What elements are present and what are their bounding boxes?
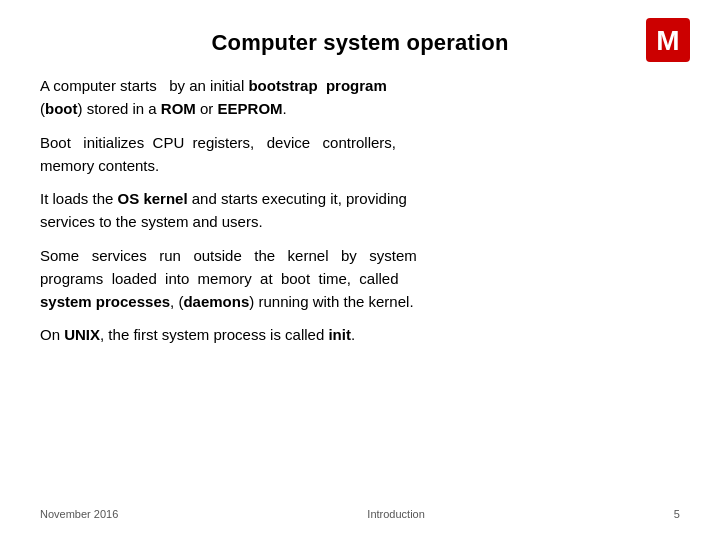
paragraph-1: A computer starts by an initial bootstra… — [40, 74, 680, 121]
footer-date: November 2016 — [40, 508, 118, 520]
slide: M Computer system operation A computer s… — [0, 0, 720, 540]
footer-title: Introduction — [367, 508, 424, 520]
university-logo: M — [646, 18, 690, 62]
paragraph-3: It loads the OS kernel and starts execut… — [40, 187, 680, 234]
slide-footer: November 2016 Introduction 5 — [40, 500, 680, 520]
svg-text:M: M — [656, 25, 679, 56]
paragraph-5: On UNIX, the first system process is cal… — [40, 323, 680, 346]
paragraph-4: Some services run outside the kernel by … — [40, 244, 680, 314]
footer-page-number: 5 — [674, 508, 680, 520]
slide-content: A computer starts by an initial bootstra… — [40, 74, 680, 500]
slide-title: Computer system operation — [40, 30, 680, 56]
paragraph-2: Boot initializes CPU registers, device c… — [40, 131, 680, 178]
